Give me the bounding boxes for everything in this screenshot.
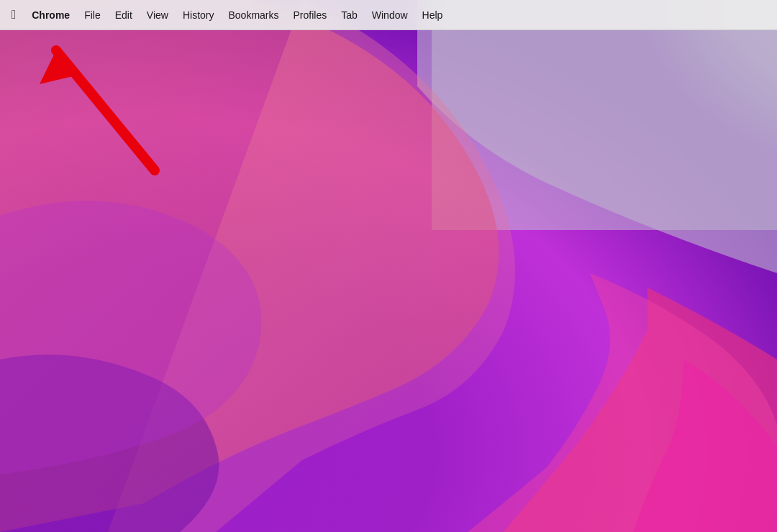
view-menu-item[interactable]: View bbox=[140, 0, 176, 29]
bookmarks-menu-item[interactable]: Bookmarks bbox=[221, 0, 286, 29]
edit-menu-item[interactable]: Edit bbox=[108, 0, 140, 29]
file-menu-item[interactable]: File bbox=[77, 0, 108, 29]
tab-menu-item[interactable]: Tab bbox=[334, 0, 365, 29]
desktop-wallpaper bbox=[0, 0, 777, 532]
apple-menu-item[interactable]:  bbox=[6, 0, 24, 29]
history-menu-item[interactable]: History bbox=[176, 0, 222, 29]
profiles-menu-item[interactable]: Profiles bbox=[286, 0, 335, 29]
window-menu-item[interactable]: Window bbox=[365, 0, 415, 29]
chrome-menu-item[interactable]: Chrome bbox=[24, 0, 77, 29]
menu-bar:  Chrome File Edit View History Bookmark… bbox=[0, 0, 777, 30]
help-menu-item[interactable]: Help bbox=[415, 0, 450, 29]
